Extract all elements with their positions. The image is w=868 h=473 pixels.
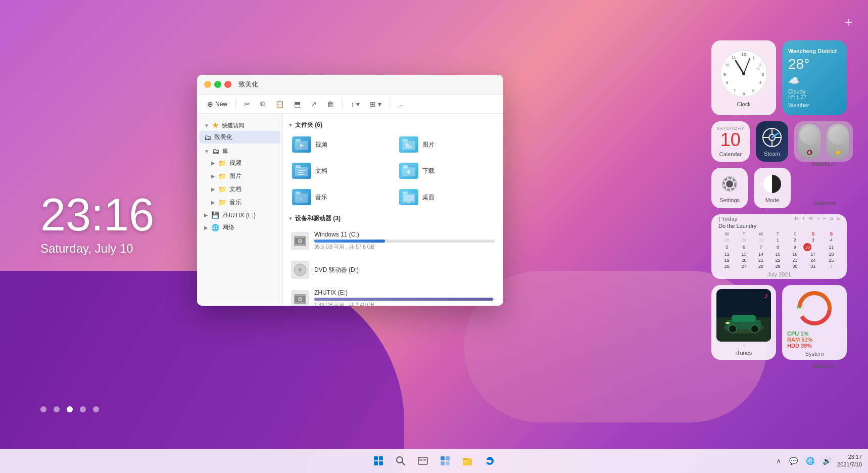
svg-rect-57 xyxy=(407,202,410,203)
sidebar-network[interactable]: ▶ 🌐 网络 xyxy=(199,221,280,234)
clock-widget[interactable]: 12 3 6 9 11 1 2 4 5 7 8 10 xyxy=(711,40,776,115)
svg-rect-75 xyxy=(446,456,450,460)
page-dot-3[interactable] xyxy=(67,406,73,412)
drive-c[interactable]: Windows 11 (C:) 35.5 GB 可用，共 57.8 GB xyxy=(288,227,498,255)
quick-access-label: 快速访问 xyxy=(222,122,244,129)
svg-text:♪: ♪ xyxy=(299,195,302,202)
svg-rect-73 xyxy=(423,459,426,461)
sidebar-pictures[interactable]: ▶ 📁 图片 xyxy=(199,170,280,182)
settings-widget[interactable]: Settings xyxy=(711,168,748,208)
chat-icon[interactable]: 💬 xyxy=(787,456,800,466)
cal-cell-4-5: 31 xyxy=(803,263,823,269)
cal-cell-0-2: 30 xyxy=(752,237,769,243)
drive-e-size: 1.39 GB 可用，共 1.40 GB xyxy=(314,302,495,306)
sidebar-music[interactable]: ▶ 📁 音乐 xyxy=(199,196,280,209)
task-view-icon xyxy=(418,456,428,466)
videos-label: 视频 xyxy=(229,159,242,167)
cal-cell-4-4: 30 xyxy=(786,263,803,269)
network-tray-icon[interactable]: 🌐 xyxy=(804,456,816,466)
collapse-arrow-pic: ▶ xyxy=(211,173,215,179)
sidebar-videos[interactable]: ▶ 📁 视频 xyxy=(199,157,280,169)
view-button[interactable]: ⊞ ▾ xyxy=(366,98,385,110)
new-button[interactable]: ⊕ New xyxy=(203,98,231,110)
start-button[interactable] xyxy=(370,453,387,469)
widgets-button[interactable] xyxy=(437,453,453,469)
paste-button[interactable]: 📋 xyxy=(271,98,288,110)
ram-stat: RAM 51% xyxy=(787,337,842,343)
cut-button[interactable]: ✂ xyxy=(240,98,254,110)
rename-button[interactable]: ⬒ xyxy=(290,98,305,110)
toolbar-separator-3 xyxy=(390,99,390,109)
page-dot-4[interactable] xyxy=(80,406,86,412)
cut-icon: ✂ xyxy=(244,100,250,108)
copy-button[interactable]: ⧉ xyxy=(256,98,269,110)
drive-e[interactable]: ZHUTIX (E:) 1.39 GB 可用，共 1.40 GB xyxy=(288,285,498,306)
search-button[interactable] xyxy=(393,453,409,469)
add-widget-button[interactable]: + xyxy=(845,14,853,30)
more-button[interactable]: ... xyxy=(394,99,407,110)
trash-icon: 🗑 xyxy=(327,100,334,108)
folder-music[interactable]: ♪ 音乐 xyxy=(288,186,391,208)
drive-icon-zhutix: 💾 xyxy=(211,211,219,219)
steam-widget[interactable]: Steam xyxy=(756,121,788,162)
share-icon: ↗ xyxy=(311,100,317,108)
svg-text:+1: +1 xyxy=(756,67,760,70)
cal-cell-3-4: 23 xyxy=(786,257,803,263)
folder-thumb-documents xyxy=(292,163,311,179)
calendar-todo: Do the Laundry xyxy=(718,223,756,229)
folder-documents[interactable]: 文档 xyxy=(288,160,391,182)
switch-2[interactable]: ☀️ xyxy=(827,124,849,159)
folder-music-name: 音乐 xyxy=(315,193,327,202)
page-dot-5[interactable] xyxy=(93,406,99,412)
taskbar-clock[interactable]: 23:17 2021/7/10 xyxy=(837,453,862,469)
folder-icon-videos: 📁 xyxy=(218,159,226,167)
file-explorer-button[interactable] xyxy=(459,453,475,469)
cal-cell-4-2: 28 xyxy=(752,263,769,269)
svg-rect-76 xyxy=(441,461,445,465)
switch-1[interactable]: 🔇 xyxy=(798,124,821,159)
tray-chevron[interactable]: ∧ xyxy=(774,456,783,466)
folder-thumb-pictures xyxy=(399,136,418,153)
taskbar-right: ∧ 💬 🌐 🔊 23:17 2021/7/10 xyxy=(774,453,862,469)
devices-section-header: ▼ 设备和驱动器 (3) xyxy=(288,214,498,223)
page-dot-2[interactable] xyxy=(54,406,60,412)
folder-desktop-name: 桌面 xyxy=(422,193,435,202)
switches-widget[interactable]: 🔇 ☀️ Switches xyxy=(794,121,853,162)
sidebar-zhimeihua[interactable]: 🗂 致美化 xyxy=(199,131,280,144)
share-button[interactable]: ↗ xyxy=(307,98,321,110)
itunes-label: iTunes xyxy=(736,350,752,356)
volume-icon[interactable]: 🔊 xyxy=(821,456,833,466)
weather-widget[interactable]: Wancheng District 28° ☁️ Cloudy H°: L:27… xyxy=(782,40,847,115)
edge-button[interactable] xyxy=(481,453,498,469)
system-widget[interactable]: CPU 1% RAM 51% HDD 39% System xyxy=(782,285,847,360)
itunes-widget[interactable]: ♪ - iTunes xyxy=(711,285,776,360)
page-dot-1[interactable] xyxy=(40,406,46,412)
calendar-small-widget[interactable]: SATURDAY 10 Calendar xyxy=(711,121,750,162)
close-button[interactable] xyxy=(224,81,231,88)
svg-rect-74 xyxy=(441,456,445,460)
sidebar-zhutix[interactable]: ▶ 💾 ZHUTIX (E:) xyxy=(199,209,280,221)
weather-temp: 28° xyxy=(788,56,809,72)
calendar-large-widget[interactable]: | Today M T W T F S S Do the Laundry MTW… xyxy=(711,214,847,279)
svg-text:11: 11 xyxy=(732,56,736,59)
steam-widget-label: Steam xyxy=(764,151,780,157)
drive-e-name: ZHUTIX (E:) xyxy=(314,289,495,296)
maximize-button[interactable] xyxy=(214,81,221,88)
minimize-button[interactable] xyxy=(204,81,211,88)
folder-videos[interactable]: 视频 xyxy=(288,133,391,156)
folder-downloads[interactable]: 下载 xyxy=(395,160,498,182)
taskbar-time: 23:17 xyxy=(837,453,862,461)
task-view-button[interactable] xyxy=(415,453,431,469)
sort-button[interactable]: ↕ ▾ xyxy=(347,98,364,110)
mode-widget[interactable]: Mode xyxy=(754,168,790,208)
car-image xyxy=(716,289,771,342)
delete-button[interactable]: 🗑 xyxy=(323,98,338,110)
sort-icon: ↕ ▾ xyxy=(351,100,360,108)
svg-rect-81 xyxy=(464,462,468,463)
sidebar-documents[interactable]: ▶ 📁 文档 xyxy=(199,183,280,196)
drive-d[interactable]: DVD 驱动器 (D:) xyxy=(288,257,498,283)
folder-pictures[interactable]: 图片 xyxy=(395,133,498,156)
folder-documents-name: 文档 xyxy=(315,167,327,175)
folder-desktop[interactable]: 桌面 xyxy=(395,186,498,208)
time-display: 23:16 Saturday, July 10 xyxy=(40,192,154,256)
